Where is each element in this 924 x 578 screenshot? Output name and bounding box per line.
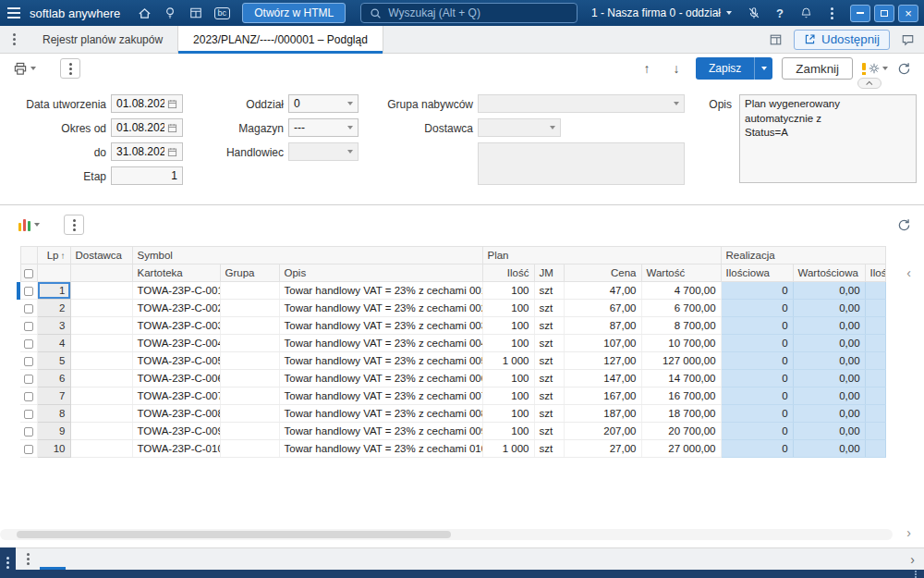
dostawca-select[interactable] <box>478 118 561 137</box>
cell-realizacja-ilosciowa[interactable]: 0 <box>721 282 793 300</box>
cell-opis[interactable]: Towar handlowy VAT = 23% z cechami 008 <box>279 405 482 423</box>
cell-dostawca[interactable] <box>70 317 132 335</box>
toolbar-more-options-button[interactable] <box>60 58 80 79</box>
cell-wartosc[interactable]: 27 000,00 <box>641 440 721 458</box>
row-number-cell[interactable]: 4 <box>37 335 70 352</box>
cell-dostawca[interactable] <box>70 423 132 440</box>
column-header-realizacja-ilosciowa[interactable]: Ilościowa <box>721 264 793 282</box>
cell-grupa[interactable] <box>220 335 279 352</box>
column-header-realizacja-ilosc[interactable]: Ilość <box>865 264 885 282</box>
cell-opis[interactable]: Towar handlowy VAT = 23% z cechami 007 <box>279 387 482 405</box>
cell-realizacja-ilosciowa[interactable]: 0 <box>721 300 793 317</box>
cell-kartoteka[interactable]: TOWA-23P-C-004 <box>132 335 220 352</box>
cell-realizacja-wartosciowa[interactable]: 0,00 <box>793 405 865 423</box>
cell-wartosc[interactable]: 20 700,00 <box>641 423 721 440</box>
window-minimize-button[interactable] <box>850 5 870 22</box>
table-row[interactable]: 8 TOWA-23P-C-008 Towar handlowy VAT = 23… <box>17 405 885 423</box>
cell-kartoteka[interactable]: TOWA-23P-C-003 <box>132 317 220 335</box>
column-header-kartoteka[interactable]: Kartoteka <box>132 264 220 282</box>
table-row[interactable]: 3 TOWA-23P-C-003 Towar handlowy VAT = 23… <box>17 317 885 335</box>
save-button[interactable]: Zapisz <box>696 57 772 80</box>
cell-wartosc[interactable]: 6 700,00 <box>641 300 721 317</box>
row-checkbox[interactable] <box>20 352 37 370</box>
cell-kartoteka[interactable]: TOWA-23P-C-005 <box>132 352 220 370</box>
cell-realizacja-ilosc[interactable] <box>865 282 885 300</box>
cell-cena[interactable]: 47,00 <box>564 282 641 300</box>
row-number-cell[interactable]: 7 <box>37 387 70 405</box>
column-group-plan[interactable]: Plan <box>482 247 721 264</box>
cell-cena[interactable]: 87,00 <box>564 317 641 335</box>
cell-ilosc[interactable]: 1 000 <box>482 352 534 370</box>
company-selector[interactable]: 1 - Nasza firma 0 - oddział <box>582 0 741 26</box>
cell-grupa[interactable] <box>220 440 279 458</box>
window-close-button[interactable]: × <box>898 5 918 22</box>
cell-realizacja-wartosciowa[interactable]: 0,00 <box>793 423 865 440</box>
cell-kartoteka[interactable]: TOWA-23P-C-002 <box>132 300 220 317</box>
magazyn-select[interactable]: --- <box>288 118 359 137</box>
cell-cena[interactable]: 67,00 <box>564 300 641 317</box>
cell-opis[interactable]: Towar handlowy VAT = 23% z cechami 004 <box>279 335 482 352</box>
cell-jm[interactable]: szt <box>534 300 564 317</box>
cell-realizacja-wartosciowa[interactable]: 0,00 <box>793 282 865 300</box>
cell-ilosc[interactable]: 100 <box>482 370 534 387</box>
next-record-arrow-icon[interactable]: ↓ <box>666 61 687 76</box>
row-checkbox[interactable] <box>20 317 37 335</box>
handlowiec-select[interactable] <box>288 142 359 161</box>
warnings-settings-button[interactable] <box>862 63 888 75</box>
cell-realizacja-ilosciowa[interactable]: 0 <box>721 423 793 440</box>
cell-dostawca[interactable] <box>70 282 132 300</box>
grid-refresh-icon[interactable] <box>897 218 911 232</box>
table-row[interactable]: 1 TOWA-23P-C-001 Towar handlowy VAT = 23… <box>17 282 885 300</box>
cell-cena[interactable]: 207,00 <box>564 423 641 440</box>
cell-grupa[interactable] <box>220 370 279 387</box>
cell-ilosc[interactable]: 100 <box>482 423 534 440</box>
cell-dostawca[interactable] <box>70 300 132 317</box>
row-checkbox[interactable] <box>20 370 37 387</box>
cell-realizacja-ilosciowa[interactable]: 0 <box>721 370 793 387</box>
cell-ilosc[interactable]: 100 <box>482 317 534 335</box>
row-checkbox[interactable] <box>20 387 37 405</box>
column-header-ilosc[interactable]: Ilość <box>482 264 534 282</box>
row-checkbox[interactable] <box>20 440 37 458</box>
help-icon[interactable]: ? <box>767 0 793 26</box>
calendar-icon[interactable] <box>167 123 177 133</box>
table-row[interactable]: 7 TOWA-23P-C-007 Towar handlowy VAT = 23… <box>17 387 885 405</box>
cell-grupa[interactable] <box>220 300 279 317</box>
cell-realizacja-ilosciowa[interactable]: 0 <box>721 440 793 458</box>
cell-grupa[interactable] <box>220 317 279 335</box>
row-number-cell[interactable]: 6 <box>37 370 70 387</box>
row-number-cell[interactable]: 1 <box>37 282 70 300</box>
search-input[interactable]: Wyszukaj (Alt + Q) <box>360 3 578 23</box>
cell-wartosc[interactable]: 18 700,00 <box>641 405 721 423</box>
row-checkbox[interactable] <box>20 300 37 317</box>
cell-realizacja-wartosciowa[interactable]: 0,00 <box>793 440 865 458</box>
topbar-more-options-icon[interactable] <box>819 0 845 26</box>
opis-textarea[interactable]: Plan wygenerowany automatycznie z Status… <box>739 94 917 183</box>
table-row[interactable]: 9 TOWA-23P-C-009 Towar handlowy VAT = 23… <box>17 423 885 440</box>
lightbulb-icon[interactable] <box>157 0 183 26</box>
cell-wartosc[interactable]: 4 700,00 <box>641 282 721 300</box>
cell-kartoteka[interactable]: TOWA-23P-C-007 <box>132 387 220 405</box>
cell-cena[interactable]: 27,00 <box>564 440 641 458</box>
cell-wartosc[interactable]: 127 000,00 <box>641 352 721 370</box>
close-button[interactable]: Zamknij <box>782 57 853 80</box>
oddzial-select[interactable]: 0 <box>288 94 359 113</box>
print-button[interactable] <box>13 62 36 76</box>
bottom-tab[interactable] <box>91 548 117 570</box>
cell-realizacja-ilosc[interactable] <box>865 423 885 440</box>
data-utworzenia-input[interactable]: 01.08.2023 <box>111 94 183 113</box>
cell-kartoteka[interactable]: TOWA-23P-C-010 <box>132 440 220 458</box>
column-header-wartosc[interactable]: Wartość <box>641 264 721 282</box>
table-row[interactable]: 10 TOWA-23P-C-010 Towar handlowy VAT = 2… <box>17 440 885 458</box>
bottom-tabs-scroll-right-icon[interactable]: › <box>901 548 924 570</box>
row-number-cell[interactable]: 9 <box>37 423 70 440</box>
table-row[interactable]: 4 TOWA-23P-C-004 Towar handlowy VAT = 23… <box>17 335 885 352</box>
open-in-html-button[interactable]: Otwórz w HTML <box>242 3 346 23</box>
previous-record-arrow-icon[interactable]: ↑ <box>637 61 657 76</box>
cell-realizacja-ilosc[interactable] <box>865 335 885 352</box>
select-all-checkbox[interactable] <box>20 264 37 282</box>
cell-wartosc[interactable]: 10 700,00 <box>641 335 721 352</box>
cell-dostawca[interactable] <box>70 370 132 387</box>
cell-kartoteka[interactable]: TOWA-23P-C-001 <box>132 282 220 300</box>
cell-realizacja-ilosciowa[interactable]: 0 <box>721 387 793 405</box>
